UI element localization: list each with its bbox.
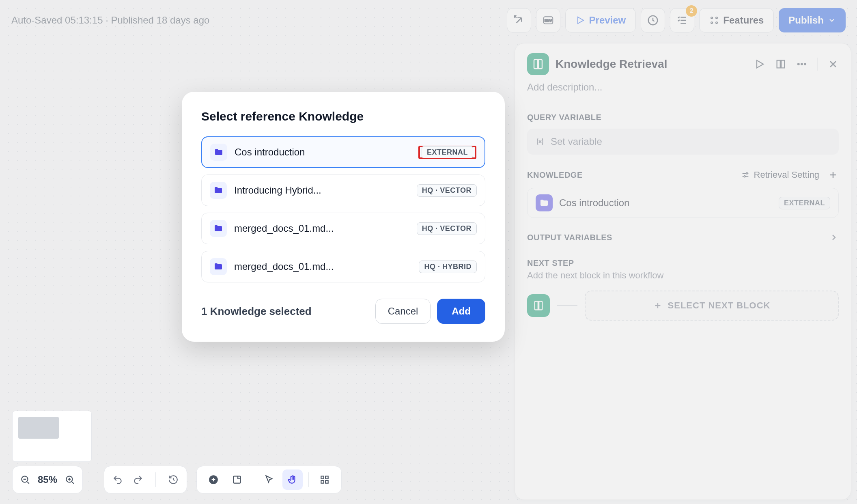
svg-rect-19 [325,480,328,483]
knowledge-option[interactable]: merged_docs_01.md... HQ · VECTOR [201,213,485,244]
zoom-controls: 85% [12,466,83,493]
pointer-tool[interactable] [259,470,279,490]
knowledge-option[interactable]: Cos introduction EXTERNAL [201,136,485,168]
history-icon[interactable] [168,474,179,485]
canvas-tools [196,466,342,493]
pointer-icon [264,474,274,485]
knowledge-option-name: merged_docs_01.md... [234,261,411,272]
knowledge-option-name: Cos introduction [235,146,411,158]
undo-icon[interactable] [112,474,123,485]
layout-icon [319,474,330,485]
cancel-button[interactable]: Cancel [375,299,431,324]
history-controls [104,466,187,493]
folder-icon [210,258,227,275]
note-button[interactable] [227,470,247,490]
zoom-out-icon[interactable] [20,474,30,485]
knowledge-option[interactable]: merged_docs_01.md... HQ · HYBRID [201,251,485,282]
hand-tool[interactable] [282,470,303,490]
add-button[interactable]: Add [437,299,485,324]
plus-circle-icon [208,474,219,485]
svg-rect-17 [325,476,328,479]
hand-icon [287,474,298,485]
knowledge-option-tag: HQ · HYBRID [419,261,477,273]
zoom-value: 85% [38,474,57,485]
knowledge-option-tag: HQ · VECTOR [417,184,477,197]
minimap[interactable] [12,411,92,462]
folder-icon [210,182,227,199]
note-icon [232,474,242,485]
knowledge-option-name: merged_docs_01.md... [234,223,409,234]
svg-rect-18 [321,480,324,483]
highlighted-tag winners-tag: EXTERNAL [418,146,476,159]
knowledge-option-tag: HQ · VECTOR [417,222,477,235]
modal-title: Select reference Knowledge [201,110,485,123]
knowledge-option[interactable]: Introducing Hybrid... HQ · VECTOR [201,174,485,206]
knowledge-option-name: Introducing Hybrid... [234,185,409,196]
folder-icon [210,220,227,237]
svg-rect-16 [321,476,324,479]
add-node-button[interactable] [203,470,224,490]
layout-button[interactable] [314,470,335,490]
svg-rect-15 [233,476,240,483]
folder-icon [210,144,227,161]
zoom-in-icon[interactable] [65,474,75,485]
select-knowledge-modal: Select reference Knowledge Cos introduct… [182,92,505,342]
selected-count: 1 Knowledge selected [201,305,312,318]
redo-icon[interactable] [133,474,143,485]
